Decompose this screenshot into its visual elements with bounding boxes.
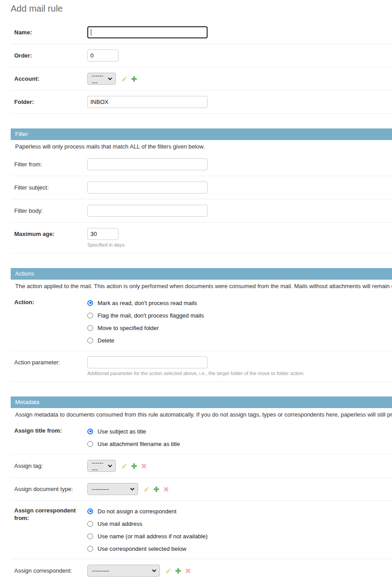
action-label: Action:	[14, 297, 87, 306]
title-option-subject[interactable]: Use subject as title	[87, 425, 392, 438]
cross-icon[interactable]	[185, 568, 191, 574]
order-row: Order:	[11, 44, 392, 67]
filter-from-label: Filter from:	[14, 158, 87, 170]
filter-body-row: Filter body:	[11, 199, 392, 223]
radio-icon[interactable]	[87, 338, 93, 343]
account-select-value: ---------	[92, 72, 105, 86]
radio-icon[interactable]	[87, 533, 93, 539]
metadata-section-description: Assign metadata to documents consumed fr…	[11, 408, 392, 421]
account-row: Account: ---------	[11, 67, 392, 91]
correspondent-option-mail-address[interactable]: Use mail address	[87, 517, 392, 530]
pencil-icon[interactable]	[121, 76, 127, 82]
assign-tag-label: Assign tag:	[14, 460, 87, 472]
assign-correspondent-select[interactable]: ---------	[87, 565, 160, 577]
folder-label: Folder:	[14, 96, 87, 108]
order-label: Order:	[14, 50, 87, 62]
assign-title-from-label: Assign title from:	[14, 425, 87, 434]
folder-row: Folder:	[11, 91, 392, 114]
plus-icon[interactable]	[131, 76, 137, 82]
filter-body-label: Filter body:	[14, 205, 87, 217]
chevron-down-icon	[108, 462, 112, 469]
action-radio-group: Mark as read, don't process read mails F…	[87, 297, 392, 347]
name-label: Name:	[14, 26, 87, 38]
filter-subject-row: Filter subject:	[11, 176, 392, 199]
assign-document-type-select[interactable]: ---------	[87, 483, 138, 495]
assign-correspondent-row: Assign correspondent: ---------	[11, 559, 392, 578]
filter-section-header: Filter	[11, 128, 392, 140]
page-title: Add mail rule	[11, 4, 392, 14]
metadata-section-header: Metadata	[11, 396, 392, 408]
assign-title-from-radio-group: Use subject as title Use attachment file…	[87, 425, 392, 450]
assign-correspondent-from-radio-group: Do not assign a correspondent Use mail a…	[87, 505, 392, 555]
assign-tag-select-value: ---------	[92, 459, 105, 473]
filter-subject-label: Filter subject:	[14, 182, 87, 194]
pencil-icon[interactable]	[143, 486, 150, 492]
account-select[interactable]: ---------	[87, 73, 116, 85]
plus-icon[interactable]	[153, 486, 159, 492]
assign-document-type-row: Assign document type: ---------	[11, 478, 392, 501]
filter-from-input[interactable]	[87, 158, 208, 170]
radio-icon[interactable]	[87, 441, 93, 447]
radio-icon[interactable]	[87, 546, 93, 552]
correspondent-option-none[interactable]: Do not assign a correspondent	[87, 505, 392, 517]
folder-input[interactable]	[87, 96, 208, 108]
radio-checked-icon[interactable]	[87, 300, 93, 306]
general-section: Name: Order: Account: ---------	[11, 21, 392, 114]
radio-icon[interactable]	[87, 313, 93, 318]
metadata-section: Metadata Assign metadata to documents co…	[11, 396, 392, 578]
assign-document-type-select-value: ---------	[92, 486, 109, 492]
filter-body-input[interactable]	[87, 205, 208, 217]
action-option-mark-as-read[interactable]: Mark as read, don't process read mails	[87, 297, 392, 309]
pencil-icon[interactable]	[165, 568, 172, 574]
assign-title-from-row: Assign title from: Use subject as title …	[11, 421, 392, 454]
order-input[interactable]	[87, 50, 118, 62]
actions-section-header: Actions	[11, 268, 392, 280]
add-mail-rule-page: Add mail rule Name: Order: Account: ----…	[0, 0, 392, 578]
radio-icon[interactable]	[87, 521, 93, 527]
cross-icon[interactable]	[141, 463, 147, 469]
correspondent-option-selected-below[interactable]: Use correspondent selected below	[87, 542, 392, 555]
plus-icon[interactable]	[131, 463, 137, 469]
maximum-age-row: Maximum age: Specified in days.	[11, 223, 392, 253]
action-parameter-label: Action parameter:	[14, 356, 87, 368]
action-parameter-row: Action parameter: Additional parameter f…	[11, 351, 392, 382]
assign-tag-row: Assign tag: ---------	[11, 454, 392, 478]
name-row: Name:	[11, 21, 392, 44]
maximum-age-help: Specified in days.	[87, 242, 392, 248]
actions-section-description: The action applied to the mail. This act…	[11, 280, 392, 293]
action-option-flag-mail[interactable]: Flag the mail, don't process flagged mai…	[87, 309, 392, 322]
name-input[interactable]	[87, 26, 208, 38]
assign-correspondent-select-value: ---------	[92, 567, 109, 574]
cross-icon[interactable]	[163, 486, 169, 492]
filter-subject-input[interactable]	[87, 182, 208, 194]
assign-correspondent-from-label: Assign correspondent from:	[14, 505, 87, 522]
chevron-down-icon	[108, 75, 112, 82]
correspondent-option-name[interactable]: Use name (or mail address if not availab…	[87, 530, 392, 542]
radio-icon[interactable]	[87, 325, 93, 331]
filter-section-description: Paperless will only process mails that m…	[11, 140, 392, 153]
actions-section: Actions The action applied to the mail. …	[11, 268, 392, 382]
assign-tag-select[interactable]: ---------	[87, 460, 116, 472]
action-parameter-input[interactable]	[87, 356, 208, 368]
assign-correspondent-label: Assign correspondent:	[14, 565, 87, 577]
maximum-age-input[interactable]	[87, 228, 118, 240]
account-label: Account:	[14, 73, 87, 85]
radio-checked-icon[interactable]	[87, 429, 93, 434]
action-parameter-help: Additional parameter for the action sele…	[87, 371, 392, 376]
assign-document-type-label: Assign document type:	[14, 483, 87, 495]
action-option-delete[interactable]: Delete	[87, 334, 392, 347]
filter-section: Filter Paperless will only process mails…	[11, 128, 392, 253]
action-option-move-folder[interactable]: Move to specified folder	[87, 322, 392, 334]
plus-icon[interactable]	[175, 568, 181, 574]
action-row: Action: Mark as read, don't process read…	[11, 293, 392, 351]
filter-from-row: Filter from:	[11, 153, 392, 176]
text-cursor	[91, 29, 91, 36]
chevron-down-icon	[152, 567, 156, 574]
pencil-icon[interactable]	[121, 463, 127, 469]
chevron-down-icon	[130, 486, 135, 492]
radio-checked-icon[interactable]	[87, 508, 93, 514]
assign-correspondent-from-row: Assign correspondent from: Do not assign…	[11, 501, 392, 559]
title-option-attachment-filename[interactable]: Use attachment filename as title	[87, 438, 392, 450]
maximum-age-label: Maximum age:	[14, 228, 87, 240]
